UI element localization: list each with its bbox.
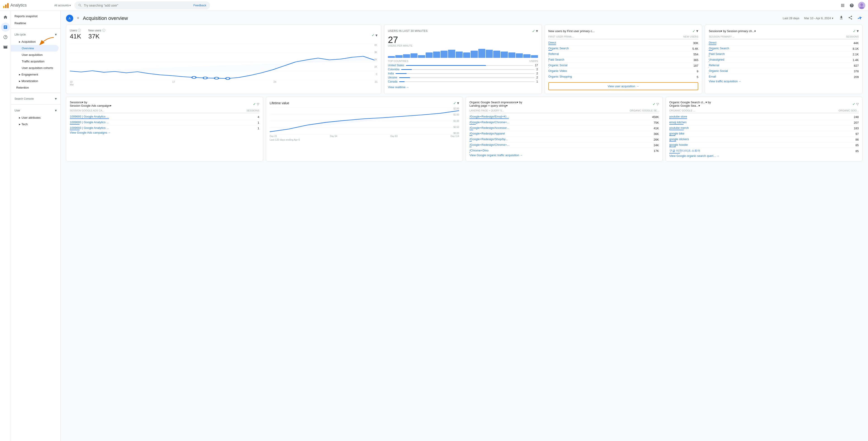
- reports-icon-btn[interactable]: [1, 23, 10, 32]
- export-icon[interactable]: [838, 14, 844, 22]
- google-ads-title2: Session Google Ads campaign▾: [70, 104, 112, 107]
- new-users-menu-icon[interactable]: ▾: [696, 29, 698, 33]
- table-row: google bike 97: [669, 131, 859, 137]
- help-icon[interactable]: [849, 3, 855, 8]
- view-google-ads-link[interactable]: View Google Ads campaigns →: [70, 131, 259, 134]
- account-label[interactable]: All accounts ▾: [54, 4, 71, 7]
- lifetime-value-title: Lifetime value: [270, 101, 289, 105]
- google-ads-table: SESSION GOOGLE ADS CA... SESSIONS 100969…: [70, 109, 259, 131]
- nav-overview[interactable]: Overview: [11, 45, 59, 52]
- nav-realtime[interactable]: Realtime: [11, 20, 60, 27]
- topbar: Analytics All accounts ▾ Feedback: [0, 0, 868, 11]
- organic-search-table: ORGANIC GOOGLE ... ORGANIC GOO... youtub…: [669, 109, 859, 154]
- table-row: 1009693 | Google Analytics ... 1: [70, 120, 259, 125]
- sessions-menu-icon[interactable]: ▾: [857, 29, 859, 33]
- mini-bar: [426, 53, 433, 58]
- table-row: Direct 30K: [548, 40, 699, 46]
- lifetime-value-header: Lifetime value ✓ ▾: [270, 101, 459, 105]
- bottom-cards-row: Sessions▾ by Session Google Ads campaign…: [66, 97, 863, 161]
- nav-traffic-acquisition[interactable]: Traffic acquisition: [11, 58, 59, 65]
- users-menu-icon[interactable]: ▾: [375, 33, 377, 38]
- nav-acquisition[interactable]: ▸ Acquisition: [11, 38, 59, 45]
- advertising-icon-btn[interactable]: [1, 42, 10, 52]
- realtime-menu-icon[interactable]: ▾: [536, 29, 538, 33]
- date-dropdown-icon: ▾: [832, 17, 833, 20]
- new-users-card-actions: ✓ ▾: [692, 29, 698, 33]
- table-row: Email 209: [709, 74, 859, 80]
- table-row: 1009693 | Google Analytics ... 1: [70, 125, 259, 131]
- explore-icon-btn[interactable]: [1, 33, 10, 41]
- lifetime-check-icon: ✓: [453, 101, 456, 105]
- organic-impressions-actions: ✓ ▽: [653, 102, 659, 106]
- nav-reports-snapshot[interactable]: Reports snapshot: [11, 13, 60, 20]
- realtime-card-header: USERS IN LAST 30 MINUTES ✓ ▾: [388, 29, 538, 33]
- table-row: Referral 554: [548, 52, 699, 57]
- search-input[interactable]: [84, 4, 190, 7]
- view-organic-search-link[interactable]: View Google organic search queri... →: [669, 154, 859, 158]
- organic-search-card: Organic Google Search cl...▾ by Organic …: [665, 97, 863, 161]
- top-cards-row: Users ⓘ 41K New users ⓘ 37K ✓: [66, 25, 863, 94]
- grid-icon[interactable]: [840, 3, 845, 8]
- nav-user-acquisition-cohorts[interactable]: User acquisition cohorts: [11, 65, 59, 71]
- users-card-header: Users ⓘ 41K New users ⓘ 37K ✓: [70, 29, 377, 42]
- nav-user-header[interactable]: User ▾: [11, 106, 60, 114]
- users-info-icon[interactable]: ⓘ: [78, 29, 81, 33]
- google-ads-header: Sessions▾ by Session Google Ads campaign…: [70, 101, 259, 107]
- table-row: Organic Video 9: [548, 68, 699, 74]
- main-content: A + Acquisition overview Last 28 days Ma…: [61, 11, 868, 167]
- lifetime-value-actions: ✓ ▾: [453, 101, 459, 105]
- nav-user-acquisition[interactable]: User acquisition: [11, 52, 59, 58]
- realtime-card-actions: ✓ ▾: [532, 29, 538, 33]
- page-header: A + Acquisition overview Last 28 days Ma…: [66, 11, 863, 25]
- chart-x-labels: 10Mar 17 24 31: [70, 80, 377, 86]
- table-row: /Google+Redesign/Emoji+Ki... 458K: [469, 114, 659, 120]
- date-range-btn[interactable]: Mar 10 - Apr 6, 2024 ▾: [802, 15, 835, 21]
- country-row: United States 17: [388, 63, 538, 67]
- table-row: /Google+Redesign/Apparel 36K: [469, 131, 659, 137]
- organic-search-filter-icon[interactable]: ▽: [856, 102, 859, 106]
- share-icon[interactable]: [847, 14, 854, 22]
- new-users-card: New users by First user primary c... ✓ ▾…: [545, 25, 702, 94]
- nav-tech[interactable]: ▸ Tech: [11, 121, 59, 127]
- realtime-title: USERS IN LAST 30 MINUTES: [388, 29, 428, 33]
- nav-search-console-header[interactable]: Search Console ▾: [11, 95, 60, 103]
- view-user-acquisition-btn[interactable]: View user acquisition →: [548, 82, 699, 90]
- home-icon-btn[interactable]: [1, 13, 10, 22]
- view-organic-traffic-link[interactable]: View Google organic traffic acquisition …: [469, 154, 659, 157]
- google-ads-filter-icon[interactable]: ▽: [257, 102, 259, 106]
- new-users-info-icon[interactable]: ⓘ: [102, 29, 105, 33]
- organic-impressions-filter-icon[interactable]: ▽: [656, 102, 659, 106]
- table-row: /Chrome+Dino 17K: [469, 148, 659, 154]
- date-label: Last 28 days: [783, 17, 800, 20]
- chart-y-labels: 4K 3K 2K 1K 0: [374, 44, 377, 75]
- users-card: Users ⓘ 41K New users ⓘ 37K ✓: [66, 25, 381, 94]
- google-ads-card: Sessions▾ by Session Google Ads campaign…: [66, 97, 263, 161]
- organic-search-header: Organic Google Search cl...▾ by Organic …: [669, 101, 859, 107]
- svg-point-15: [226, 77, 230, 79]
- view-realtime-link[interactable]: View realtime →: [388, 86, 538, 89]
- nav-retention[interactable]: Retention: [11, 84, 59, 91]
- add-button[interactable]: +: [76, 15, 80, 22]
- new-users-stat: New users ⓘ 37K: [88, 29, 105, 40]
- mini-bar: [508, 53, 515, 58]
- users-chart-container: 4K 3K 2K 1K 0: [70, 44, 377, 80]
- nav-lifecycle-header[interactable]: Life cycle ▾: [11, 31, 60, 38]
- new-users-card-header: New users by First user primary c... ✓ ▾: [548, 29, 699, 33]
- nav-user-attributes[interactable]: ▸ User attributes: [11, 114, 59, 121]
- table-row: Unassigned 1.4K: [709, 57, 859, 63]
- lifetime-menu-icon[interactable]: ▾: [457, 101, 459, 105]
- feedback-link[interactable]: Feedback: [193, 4, 206, 7]
- sessions-card: Sessions▾ by Session primary ch...▾ ✓ ▾ …: [705, 25, 863, 94]
- nav-monetization[interactable]: ▸ Monetization: [11, 78, 59, 84]
- table-row: Organic Search 5.4K: [548, 46, 699, 52]
- realtime-check-icon: ✓: [532, 29, 535, 33]
- sessions-card-title2: Session primary ch...▾: [727, 29, 756, 33]
- view-traffic-acquisition-link[interactable]: View traffic acquisition →: [709, 80, 859, 83]
- customize-icon[interactable]: [856, 14, 863, 22]
- nav-engagement[interactable]: ▸ Engagement: [11, 71, 59, 78]
- mini-bar-chart: [388, 49, 538, 58]
- organic-impressions-title2: Landing page + query string▾: [469, 104, 522, 107]
- search-bar[interactable]: Feedback: [74, 1, 210, 9]
- organic-impressions-title: Organic Google Search impressions▾ by: [469, 101, 522, 104]
- avatar[interactable]: [858, 2, 865, 9]
